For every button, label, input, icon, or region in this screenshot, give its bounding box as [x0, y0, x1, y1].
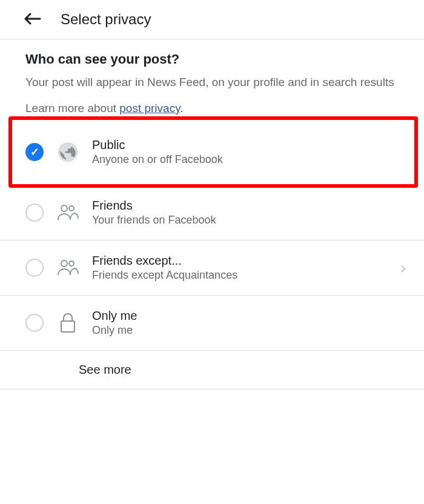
svg-rect-5 [61, 321, 75, 332]
radio-friends-except[interactable] [25, 259, 44, 277]
learn-more-text: Learn more about post privacy. [25, 102, 399, 115]
option-only-me-text: Only me Only me [92, 309, 412, 337]
option-friends[interactable]: Friends Your friends on Facebook [0, 185, 424, 240]
friends-except-icon [56, 256, 80, 280]
option-only-me[interactable]: Only me Only me [0, 296, 424, 351]
svg-point-2 [69, 206, 74, 211]
option-friends-except[interactable]: Friends except... Friends except Acquain… [0, 240, 424, 296]
page-title: Select privacy [61, 11, 151, 28]
description-text: Your post will appear in News Feed, on y… [25, 75, 399, 91]
svg-point-3 [61, 260, 67, 267]
post-privacy-link[interactable]: post privacy [119, 102, 180, 114]
radio-only-me[interactable] [25, 314, 44, 332]
learn-more-prefix: Learn more about [25, 102, 119, 114]
radio-public[interactable] [25, 143, 44, 161]
option-public-subtitle: Anyone on or off Facebook [92, 153, 402, 166]
globe-icon [56, 140, 80, 164]
option-public[interactable]: Public Anyone on or off Facebook [8, 116, 418, 188]
subheader: Who can see your post? Your post will ap… [0, 39, 424, 115]
see-more-label: See more [79, 363, 131, 377]
learn-more-suffix: . [180, 102, 183, 114]
svg-point-1 [61, 205, 67, 211]
option-only-me-subtitle: Only me [92, 324, 412, 337]
question-heading: Who can see your post? [25, 51, 399, 67]
back-arrow-icon[interactable] [24, 11, 41, 28]
chevron-right-icon: › [400, 258, 406, 277]
option-friends-except-title: Friends except... [92, 254, 388, 268]
option-friends-text: Friends Your friends on Facebook [92, 199, 412, 227]
svg-point-4 [69, 261, 74, 266]
option-public-title: Public [92, 138, 402, 152]
option-friends-except-text: Friends except... Friends except Acquain… [92, 254, 388, 282]
option-friends-subtitle: Your friends on Facebook [92, 214, 412, 227]
lock-icon [56, 311, 80, 335]
friends-icon [56, 201, 80, 225]
radio-friends[interactable] [25, 204, 44, 222]
see-more-button[interactable]: See more [0, 351, 424, 390]
privacy-options-list: Public Anyone on or off Facebook Friends… [0, 116, 424, 390]
option-public-text: Public Anyone on or off Facebook [92, 138, 402, 166]
option-friends-except-subtitle: Friends except Acquaintances [92, 269, 388, 282]
header: Select privacy [0, 0, 424, 39]
option-friends-title: Friends [92, 199, 412, 213]
option-only-me-title: Only me [92, 309, 412, 323]
